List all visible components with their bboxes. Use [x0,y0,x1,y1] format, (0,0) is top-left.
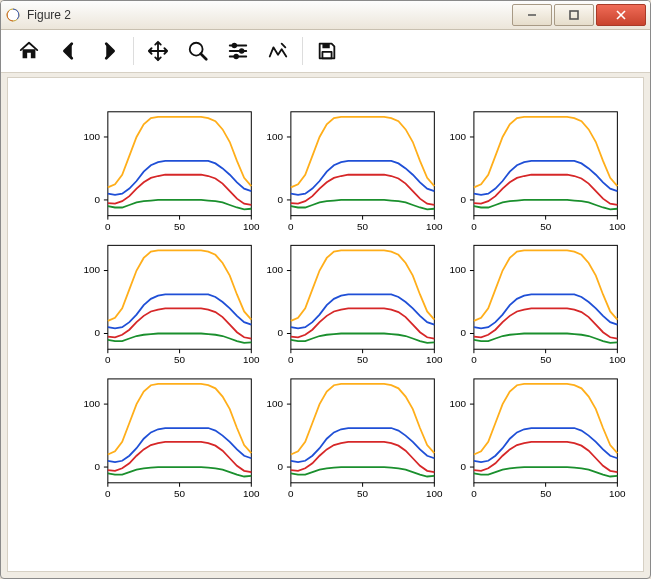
series-orange [474,117,617,188]
series-orange [291,117,434,188]
series-green [108,333,251,342]
svg-text:50: 50 [540,221,551,232]
subplot: 0501000100 [266,245,443,365]
figure-window: Figure 2 0501000100050100010005010001000… [0,0,651,579]
svg-rect-14 [322,52,331,58]
maximize-button[interactable] [554,4,594,26]
svg-text:50: 50 [540,354,551,365]
svg-rect-2 [570,11,578,19]
svg-text:100: 100 [426,221,443,232]
minimize-button[interactable] [512,4,552,26]
svg-text:0: 0 [277,461,283,472]
series-blue [108,428,251,462]
svg-text:0: 0 [105,221,111,232]
window-buttons [510,4,646,26]
svg-text:100: 100 [266,265,283,276]
series-blue [474,428,617,462]
svg-text:100: 100 [450,265,467,276]
series-blue [291,428,434,462]
toolbar [1,30,650,73]
series-orange [291,250,434,321]
svg-text:100: 100 [609,354,626,365]
series-orange [108,117,251,188]
svg-text:100: 100 [243,354,260,365]
svg-text:0: 0 [460,461,466,472]
zoom-icon[interactable] [178,31,218,71]
svg-text:100: 100 [83,398,100,409]
series-blue [291,161,434,195]
series-blue [291,294,434,328]
svg-text:0: 0 [94,194,100,205]
series-orange [108,250,251,321]
home-icon[interactable] [9,31,49,71]
series-green [291,467,434,476]
window-title: Figure 2 [27,8,510,22]
svg-text:100: 100 [243,221,260,232]
svg-text:100: 100 [450,398,467,409]
svg-text:0: 0 [277,327,283,338]
svg-point-11 [240,49,244,53]
svg-text:0: 0 [460,327,466,338]
svg-text:50: 50 [174,221,185,232]
series-green [474,333,617,342]
subplot: 0501000100 [450,112,627,232]
figure-inner: 0501000100050100010005010001000501000100… [22,92,629,557]
titlebar: Figure 2 [1,1,650,30]
svg-text:0: 0 [471,221,477,232]
svg-text:0: 0 [288,488,294,499]
svg-text:100: 100 [83,131,100,142]
series-blue [474,161,617,195]
series-blue [108,294,251,328]
svg-text:100: 100 [426,354,443,365]
series-green [108,200,251,209]
svg-text:100: 100 [609,221,626,232]
svg-text:50: 50 [357,354,368,365]
toolbar-separator [133,37,134,65]
svg-text:100: 100 [266,131,283,142]
series-blue [474,294,617,328]
subplot: 0501000100 [83,245,260,365]
svg-text:100: 100 [609,488,626,499]
series-blue [108,161,251,195]
forward-icon[interactable] [89,31,129,71]
svg-line-6 [201,54,207,60]
svg-text:100: 100 [243,488,260,499]
svg-text:50: 50 [174,488,185,499]
series-green [108,467,251,476]
series-green [474,200,617,209]
configure-icon[interactable] [218,31,258,71]
svg-text:50: 50 [357,221,368,232]
svg-text:50: 50 [357,488,368,499]
svg-text:0: 0 [277,194,283,205]
svg-text:0: 0 [94,461,100,472]
series-orange [474,384,617,455]
close-button[interactable] [596,4,646,26]
svg-text:0: 0 [105,354,111,365]
series-green [291,200,434,209]
save-icon[interactable] [307,31,347,71]
app-icon [5,7,21,23]
svg-text:0: 0 [288,354,294,365]
figure-canvas: 0501000100050100010005010001000501000100… [7,77,644,572]
series-orange [474,250,617,321]
svg-text:100: 100 [83,265,100,276]
edit-icon[interactable] [258,31,298,71]
svg-point-12 [234,55,238,59]
back-icon[interactable] [49,31,89,71]
svg-text:100: 100 [266,398,283,409]
svg-rect-13 [322,44,329,49]
series-orange [291,384,434,455]
series-green [291,333,434,342]
svg-text:50: 50 [540,488,551,499]
figure-svg: 0501000100050100010005010001000501000100… [22,92,629,557]
subplot: 0501000100 [450,245,627,365]
svg-text:0: 0 [471,354,477,365]
svg-point-10 [233,44,237,48]
svg-text:100: 100 [426,488,443,499]
svg-text:0: 0 [288,221,294,232]
subplot: 0501000100 [83,112,260,232]
subplot: 0501000100 [83,379,260,499]
pan-icon[interactable] [138,31,178,71]
series-green [474,467,617,476]
svg-text:100: 100 [450,131,467,142]
